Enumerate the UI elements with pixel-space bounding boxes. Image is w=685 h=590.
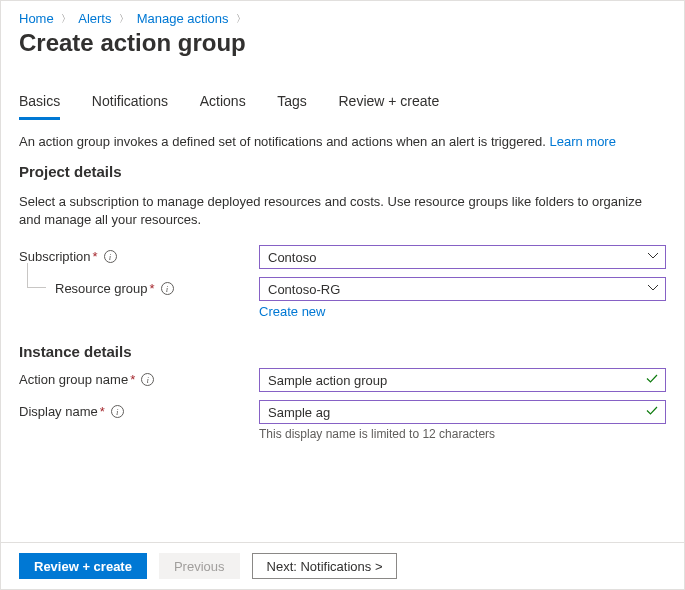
resource-group-label: Resource group* i bbox=[19, 277, 259, 296]
info-icon[interactable]: i bbox=[141, 373, 154, 386]
review-create-button[interactable]: Review + create bbox=[19, 553, 147, 579]
info-icon[interactable]: i bbox=[104, 250, 117, 263]
breadcrumb-manage-actions[interactable]: Manage actions bbox=[137, 11, 229, 26]
page-title: Create action group bbox=[19, 29, 666, 57]
intro-text: An action group invokes a defined set of… bbox=[19, 134, 666, 149]
chevron-right-icon: 〉 bbox=[61, 12, 71, 26]
chevron-down-icon bbox=[647, 250, 659, 265]
display-name-label: Display name* i bbox=[19, 400, 259, 419]
display-name-helper: This display name is limited to 12 chara… bbox=[259, 427, 666, 441]
footer-bar: Review + create Previous Next: Notificat… bbox=[1, 542, 684, 589]
chevron-down-icon bbox=[647, 282, 659, 297]
resource-group-value: Contoso-RG bbox=[268, 282, 340, 297]
chevron-right-icon: 〉 bbox=[236, 12, 246, 26]
create-new-link[interactable]: Create new bbox=[259, 304, 325, 319]
subscription-value: Contoso bbox=[268, 250, 316, 265]
subscription-label: Subscription* i bbox=[19, 245, 259, 264]
display-name-value: Sample ag bbox=[268, 405, 330, 420]
previous-button: Previous bbox=[159, 553, 240, 579]
instance-details-heading: Instance details bbox=[19, 343, 666, 360]
breadcrumb-alerts[interactable]: Alerts bbox=[78, 11, 111, 26]
info-icon[interactable]: i bbox=[111, 405, 124, 418]
action-group-name-input[interactable]: Sample action group bbox=[259, 368, 666, 392]
chevron-right-icon: 〉 bbox=[119, 12, 129, 26]
breadcrumb-home[interactable]: Home bbox=[19, 11, 54, 26]
resource-group-select[interactable]: Contoso-RG bbox=[259, 277, 666, 301]
breadcrumb: Home 〉 Alerts 〉 Manage actions 〉 bbox=[19, 11, 666, 27]
action-group-name-label: Action group name* i bbox=[19, 368, 259, 387]
tab-bar: Basics Notifications Actions Tags Review… bbox=[19, 87, 666, 120]
tab-basics[interactable]: Basics bbox=[19, 87, 60, 120]
project-details-heading: Project details bbox=[19, 163, 666, 180]
display-name-input[interactable]: Sample ag bbox=[259, 400, 666, 424]
tab-tags[interactable]: Tags bbox=[277, 87, 307, 120]
tab-notifications[interactable]: Notifications bbox=[92, 87, 168, 120]
learn-more-link[interactable]: Learn more bbox=[549, 134, 615, 149]
next-button[interactable]: Next: Notifications > bbox=[252, 553, 398, 579]
info-icon[interactable]: i bbox=[161, 282, 174, 295]
checkmark-icon bbox=[645, 404, 659, 421]
action-group-name-value: Sample action group bbox=[268, 373, 387, 388]
project-details-desc: Select a subscription to manage deployed… bbox=[19, 193, 666, 229]
tab-review-create[interactable]: Review + create bbox=[339, 87, 440, 120]
subscription-select[interactable]: Contoso bbox=[259, 245, 666, 269]
checkmark-icon bbox=[645, 372, 659, 389]
tab-actions[interactable]: Actions bbox=[200, 87, 246, 120]
